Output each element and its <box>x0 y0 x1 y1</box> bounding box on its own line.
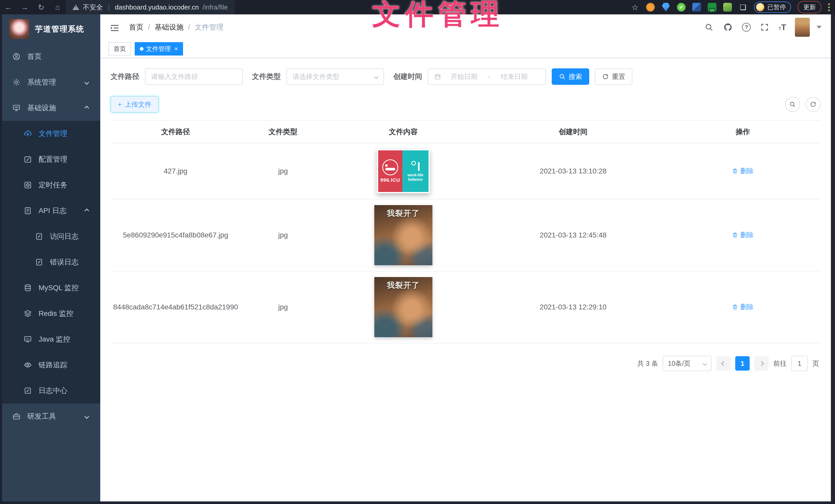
caret-down-icon[interactable] <box>816 26 822 29</box>
browser-menu-icon[interactable] <box>828 3 830 11</box>
dashboard-icon <box>12 52 21 61</box>
navbar-actions: ? тT <box>704 18 822 37</box>
home-icon[interactable]: ⌂ <box>49 3 66 12</box>
extension-grid-icon[interactable] <box>692 3 701 12</box>
sidebar-item-error-log[interactable]: 错误日志 <box>2 249 100 275</box>
calendar-icon <box>434 73 441 80</box>
file-thumbnail-baby: 我裂开了 <box>374 277 432 337</box>
tab-label: 首页 <box>114 45 126 53</box>
extension-on-icon[interactable] <box>708 3 716 12</box>
font-size-icon[interactable]: тT <box>778 23 786 32</box>
breadcrumb-infrastructure[interactable]: 基础设施 <box>155 22 184 32</box>
sidebar-item-access-log[interactable]: 访问日志 <box>2 224 100 249</box>
prev-page-button[interactable] <box>716 356 731 371</box>
breadcrumb-home[interactable]: 首页 <box>129 22 143 32</box>
date-range-picker[interactable]: - <box>428 68 546 85</box>
sidebar-item-log-center[interactable]: 日志中心 <box>2 378 100 403</box>
sidebar-item-file-management[interactable]: 文件管理 <box>2 121 100 147</box>
sidebar-item-label: 基础设施 <box>27 103 78 113</box>
log-icon <box>24 207 32 215</box>
upload-file-button[interactable]: + 上传文件 <box>110 96 159 112</box>
file-type-placeholder: 请选择文件类型 <box>292 72 339 81</box>
forward-icon[interactable]: → <box>17 3 33 12</box>
sidebar-submenu-infrastructure: 文件管理 配置管理 定时任务 API 日志 访问日志 <box>2 121 100 403</box>
next-page-button[interactable] <box>754 356 769 371</box>
bookmark-star-icon[interactable]: ☆ <box>631 3 639 12</box>
end-date-input[interactable] <box>495 73 533 81</box>
user-avatar[interactable] <box>795 18 810 37</box>
sidebar-item-dev-tools[interactable]: 研发工具 <box>2 403 100 429</box>
file-path-input[interactable] <box>151 73 237 81</box>
sidebar-item-java-monitor[interactable]: Java 监控 <box>2 327 100 352</box>
delete-button[interactable]: 删除 <box>732 231 754 239</box>
cloud-upload-icon <box>24 129 32 138</box>
sidebar-item-label: 文件管理 <box>39 129 100 139</box>
reload-icon[interactable]: ↻ <box>33 3 49 12</box>
chevron-left-icon <box>721 361 726 366</box>
breadcrumb-separator: / <box>188 23 190 31</box>
cell-created-time: 2021-03-13 13:10:28 <box>481 143 665 199</box>
update-button[interactable]: 更新 <box>798 1 821 13</box>
file-type-select[interactable]: 请选择文件类型 <box>286 68 384 85</box>
extension-leaf-icon[interactable] <box>723 3 732 12</box>
beach-umbrella-icon <box>411 161 420 171</box>
tab-home[interactable]: 首页 <box>108 42 131 56</box>
delete-button[interactable]: 删除 <box>732 302 754 312</box>
fullscreen-icon[interactable] <box>759 22 770 33</box>
thumb-left-text: 996.ICU <box>381 177 400 183</box>
profile-paused-pill[interactable]: 已暂停 <box>754 2 791 13</box>
header-search-icon[interactable] <box>704 22 714 33</box>
sidebar-item-scheduled-tasks[interactable]: 定时任务 <box>2 172 100 198</box>
delete-button[interactable]: 删除 <box>732 167 754 175</box>
extensions-puzzle-icon[interactable]: ❏ <box>739 3 747 12</box>
page-number-button[interactable]: 1 <box>735 356 750 371</box>
window-edge-right <box>831 14 835 504</box>
search-button[interactable]: 搜索 <box>552 68 589 85</box>
sidebar-item-label: Redis 监控 <box>39 309 100 318</box>
extension-check-icon[interactable]: ✓ <box>677 3 686 12</box>
refresh-icon[interactable] <box>806 97 821 112</box>
cell-file-path: 427.jpg <box>110 143 241 199</box>
sidebar-item-label: 系统管理 <box>27 77 78 87</box>
hamburger-icon[interactable] <box>109 23 120 31</box>
window-edge-left <box>0 14 2 504</box>
extension-icon[interactable] <box>646 3 655 12</box>
close-icon[interactable]: × <box>174 45 178 52</box>
cell-file-type: jpg <box>241 199 325 271</box>
eye-icon <box>24 361 32 369</box>
sidebar-item-label: 链路追踪 <box>39 360 100 370</box>
sidebar-item-mysql-monitor[interactable]: MySQL 监控 <box>2 275 100 301</box>
url-domain: dashboard.yudao.iocoder.cn <box>115 3 199 11</box>
table-toolbar: + 上传文件 <box>110 96 821 112</box>
sidebar-item-system[interactable]: 系统管理 <box>2 69 100 95</box>
sidebar-item-api-log[interactable]: API 日志 <box>2 198 100 224</box>
extension-pin-icon[interactable] <box>661 3 670 12</box>
file-thumbnail-baby: 我裂开了 <box>374 205 432 265</box>
file-table: 文件路径 文件类型 文件内容 创建时间 操作 427.jpg jpg <box>110 120 821 343</box>
start-date-input[interactable] <box>445 73 483 81</box>
toggle-search-icon[interactable] <box>785 97 800 112</box>
goto-page-input[interactable] <box>791 356 808 371</box>
col-file-type: 文件类型 <box>241 121 325 143</box>
sidebar-item-config-management[interactable]: 配置管理 <box>2 147 100 172</box>
sidebar-item-infrastructure[interactable]: 基础设施 <box>2 95 100 121</box>
page-unit-label: 页 <box>812 359 819 368</box>
sidebar-item-label: 错误日志 <box>50 257 100 267</box>
sidebar-item-home[interactable]: 首页 <box>2 44 100 69</box>
thumb-right-text: work-life balance <box>402 173 429 182</box>
reset-button[interactable]: 重置 <box>595 68 632 85</box>
back-icon[interactable]: ← <box>0 3 17 12</box>
github-icon[interactable] <box>723 22 733 33</box>
sidebar-logo-row[interactable]: 芋道管理系统 <box>2 14 100 44</box>
address-bar[interactable]: 不安全 | dashboard.yudao.iocoder.cn/infra/f… <box>66 0 235 14</box>
sidebar-item-redis-monitor[interactable]: Redis 监控 <box>2 301 100 327</box>
filter-form: 文件路径 文件类型 请选择文件类型 创建时间 - 搜索 <box>110 68 821 85</box>
app-title: 芋道管理系统 <box>35 24 84 35</box>
reset-button-label: 重置 <box>612 72 625 81</box>
file-path-input-wrap <box>145 68 243 85</box>
page-size-select[interactable]: 10条/页 <box>663 356 712 371</box>
plus-icon: + <box>118 101 122 108</box>
help-icon[interactable]: ? <box>742 23 751 31</box>
tab-file-management[interactable]: 文件管理 × <box>135 42 183 56</box>
sidebar-item-trace[interactable]: 链路追踪 <box>2 352 100 378</box>
